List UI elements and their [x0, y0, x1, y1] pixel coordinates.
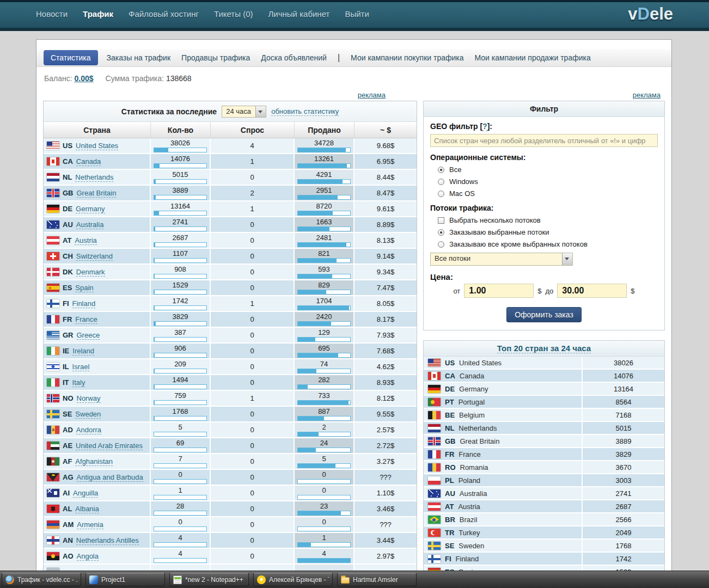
tab-item[interactable]: Мои кампании покупки трафика	[351, 53, 463, 62]
price-from-label: от	[453, 287, 460, 295]
count-cell: 759	[151, 391, 211, 407]
tab-item[interactable]: Статистика	[44, 50, 98, 65]
count-cell: 28	[151, 501, 211, 517]
country-link[interactable]: Denmark	[76, 268, 105, 277]
nav-item[interactable]: Тикеты (0)	[206, 9, 261, 19]
country-link[interactable]: Switzerland	[76, 252, 113, 261]
stats-table-row: IE Ireland 906 0 695 7.68$	[44, 344, 417, 359]
taskbar-button[interactable]: Hartmut Amsler	[337, 573, 417, 586]
count-value: 1768	[173, 408, 188, 415]
country-link[interactable]: Netherlands	[75, 173, 113, 182]
geo-filter-input[interactable]	[430, 134, 658, 147]
nav-item[interactable]: Личный кабинет	[261, 9, 338, 19]
country-code: FI	[445, 555, 451, 563]
submit-order-button[interactable]: Оформить заказ	[506, 307, 582, 322]
nav-item[interactable]: Файловый хостинг	[121, 9, 206, 19]
os-radio-2[interactable]	[438, 191, 444, 197]
ad-link-left[interactable]: реклама	[358, 91, 386, 99]
top20-title-link[interactable]: Топ 20 стран за 24 часа	[497, 344, 591, 353]
geo-help-link[interactable]: ?	[482, 122, 487, 131]
country-link[interactable]: Antigua and Barbuda	[77, 473, 143, 482]
country-link[interactable]: Norway	[77, 394, 101, 403]
sold-cell: 4	[295, 549, 354, 565]
price-from-input[interactable]	[464, 284, 534, 298]
country-link[interactable]: Ireland	[72, 347, 94, 356]
country-link[interactable]: France	[75, 315, 97, 324]
tab-item[interactable]: Мои кампании продажи трафика	[475, 53, 591, 62]
sold-cell: 1704	[295, 296, 354, 312]
top20-country-cell: PL Poland	[424, 474, 583, 487]
country-link[interactable]: Canada	[76, 157, 101, 166]
select-arrow-icon[interactable]	[255, 106, 266, 117]
demand-value: 0	[211, 344, 295, 359]
country-link[interactable]: Andorra	[76, 426, 101, 434]
demand-value: 0	[211, 359, 295, 375]
period-select[interactable]: 24 часа	[222, 106, 266, 118]
country-flag-icon	[47, 189, 59, 197]
price-value: 7.68$	[354, 344, 417, 359]
country-flag-icon	[428, 516, 441, 524]
country-link[interactable]: Netherlands Antilles	[76, 536, 139, 545]
country-cell: AI Anguilla	[44, 486, 151, 501]
country-link[interactable]: United States	[76, 142, 118, 150]
country-link[interactable]: Anguilla	[73, 489, 98, 498]
country-name: Brazil	[460, 516, 478, 524]
country-link[interactable]: Armenia	[77, 520, 103, 529]
tab-item[interactable]: Доска объявлений	[261, 53, 327, 62]
country-link[interactable]: Greece	[77, 331, 100, 340]
country-link[interactable]: Israel	[72, 363, 90, 371]
count-bar	[154, 195, 207, 200]
streams-checkbox-0[interactable]	[438, 217, 444, 224]
country-link[interactable]: Great Britain	[77, 189, 117, 198]
streams-radio-1[interactable]	[438, 229, 444, 236]
demand-value: 0	[211, 249, 295, 265]
streams-select[interactable]: Все потоки	[430, 253, 573, 266]
country-link[interactable]: Germany	[76, 205, 105, 213]
taskbar-button[interactable]: Project1	[85, 573, 165, 586]
taskbar-button[interactable]: Алексей Брянцев - Т...	[253, 573, 333, 586]
country-link[interactable]: Australia	[76, 220, 104, 229]
nav-item[interactable]: Новости	[28, 9, 75, 19]
top20-value: 2566	[583, 513, 664, 526]
period-select-value: 24 часа	[222, 106, 255, 117]
country-code: AU	[445, 489, 455, 498]
country-link[interactable]: United Arab Emirates	[76, 442, 143, 450]
count-cell: 209	[151, 359, 211, 375]
count-bar	[154, 384, 207, 389]
country-flag-icon	[47, 394, 59, 402]
nav-item[interactable]: Выйти	[337, 9, 376, 19]
country-cell: AT Austria	[44, 233, 151, 249]
stats-table-row: AL Albania 28 0 23 3.46$	[44, 501, 417, 517]
sold-cell: 0	[295, 470, 354, 486]
count-value: 1529	[173, 281, 188, 289]
option-label: Все	[449, 166, 461, 174]
country-link[interactable]: Afghanistan	[75, 457, 113, 466]
refresh-stats-link[interactable]: обновить статистику	[271, 107, 339, 116]
country-link[interactable]: Angola	[77, 552, 99, 561]
sold-bar	[297, 526, 351, 531]
country-link[interactable]: Austria	[75, 236, 96, 245]
tab-item[interactable]: Заказы на трафик	[107, 53, 171, 62]
taskbar-button[interactable]: Трафик - vdele.cc - ...	[2, 573, 81, 586]
ad-link-right[interactable]: реклама	[633, 91, 661, 99]
count-bar	[154, 463, 207, 468]
country-code: GB	[445, 437, 456, 445]
price-to-input[interactable]	[557, 284, 627, 298]
country-link[interactable]: Sweden	[75, 410, 101, 419]
country-link[interactable]: Spain	[75, 284, 93, 292]
os-radio-1[interactable]	[438, 179, 444, 185]
tab-item[interactable]: Продавцы трафика	[181, 53, 250, 62]
country-link[interactable]: Albania	[75, 505, 99, 513]
streams-radio-2[interactable]	[438, 241, 444, 248]
country-link[interactable]: Italy	[72, 378, 85, 387]
country-flag-icon	[428, 489, 441, 498]
country-flag-icon	[47, 347, 59, 355]
nav-item[interactable]: Трафик	[75, 9, 121, 19]
os-radio-0[interactable]	[438, 167, 444, 173]
select-arrow-icon[interactable]	[562, 253, 572, 265]
taskbar-button[interactable]: *new 2 - Notepad++	[169, 573, 249, 586]
country-name: Finland	[456, 555, 479, 563]
balance-value-link[interactable]: 0.00$	[75, 74, 94, 83]
country-link[interactable]: Finland	[72, 299, 96, 308]
country-code: US	[445, 359, 455, 367]
